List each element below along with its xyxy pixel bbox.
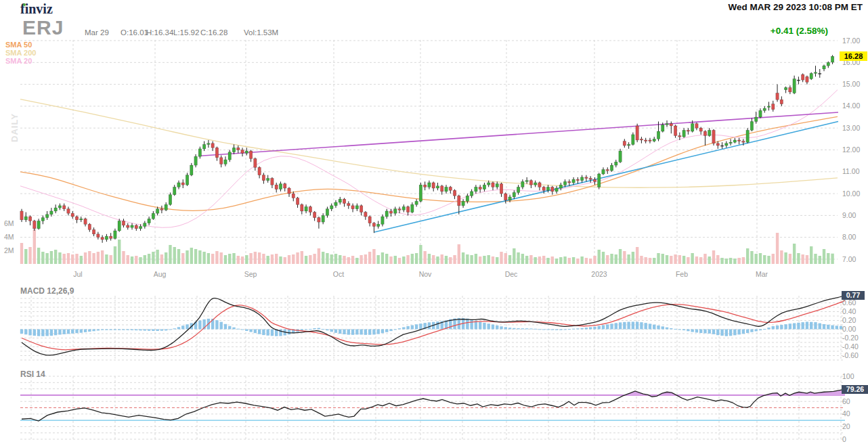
svg-text:Dec: Dec — [505, 270, 518, 278]
svg-text:2M: 2M — [4, 246, 14, 254]
price-change: +0.41 (2.58%) — [771, 26, 828, 36]
legend-sma200: SMA 200 — [5, 49, 36, 57]
svg-text:-0.20: -0.20 — [842, 334, 859, 342]
stock-chart: 17.0016.0015.0014.0013.0012.0011.0010.00… — [0, 0, 868, 448]
svg-text:10.00: 10.00 — [842, 189, 860, 198]
svg-text:12.00: 12.00 — [842, 145, 860, 154]
svg-text:9.00: 9.00 — [842, 211, 856, 219]
chart-datetime: Wed MAR 29 2023 10:08 PM ET — [728, 2, 863, 12]
svg-text:0: 0 — [842, 435, 846, 443]
svg-text:0.00: 0.00 — [842, 325, 856, 333]
svg-text:Feb: Feb — [676, 270, 688, 278]
svg-text:-0.60: -0.60 — [842, 351, 859, 359]
svg-text:17.00: 17.00 — [842, 37, 860, 45]
svg-text:40: 40 — [842, 409, 850, 418]
rsi-title: RSI 14 — [20, 369, 45, 379]
svg-text:Aug: Aug — [154, 270, 167, 278]
svg-text:6M: 6M — [4, 219, 14, 227]
macd-value-badge: 0.77 — [842, 291, 865, 300]
svg-text:2023: 2023 — [591, 270, 607, 278]
quote-date: Mar 29 — [85, 28, 109, 37]
svg-text:14.00: 14.00 — [842, 102, 860, 110]
rsi-value-badge: 79.26 — [842, 385, 868, 394]
legend-sma50: SMA 50 — [5, 41, 32, 49]
quote-low: L:15.92 — [173, 28, 199, 37]
quote-volume: Vol:1.53M — [244, 28, 278, 37]
svg-text:Sep: Sep — [244, 270, 257, 278]
svg-text:Nov: Nov — [419, 270, 432, 278]
svg-text:100: 100 — [842, 372, 854, 380]
ticker-symbol: ERJ — [22, 16, 64, 39]
timeframe-label: DAILY — [9, 112, 20, 144]
svg-text:Jul: Jul — [73, 270, 82, 278]
quote-open: O:16.01 — [121, 28, 148, 37]
svg-text:8.00: 8.00 — [842, 233, 856, 241]
svg-text:15.00: 15.00 — [842, 80, 860, 88]
svg-text:0.20: 0.20 — [842, 316, 856, 324]
svg-text:20: 20 — [842, 422, 850, 430]
macd-title: MACD 12,26,9 — [20, 286, 74, 296]
quote-close: C:16.28 — [200, 28, 227, 37]
svg-text:4M: 4M — [4, 233, 14, 241]
svg-text:60: 60 — [842, 397, 850, 405]
svg-text:Oct: Oct — [333, 270, 344, 278]
legend-sma20: SMA 20 — [5, 57, 32, 65]
last-price-badge: 16.28 — [840, 51, 867, 61]
svg-text:0.40: 0.40 — [842, 307, 856, 315]
logo-green-dot-icon — [23, 3, 26, 6]
svg-text:7.00: 7.00 — [842, 255, 856, 263]
svg-text:Mar: Mar — [756, 270, 768, 278]
svg-text:13.00: 13.00 — [842, 124, 860, 132]
svg-text:-0.40: -0.40 — [842, 342, 859, 351]
svg-text:11.00: 11.00 — [842, 167, 860, 175]
quote-high: H:16.34 — [146, 28, 173, 37]
